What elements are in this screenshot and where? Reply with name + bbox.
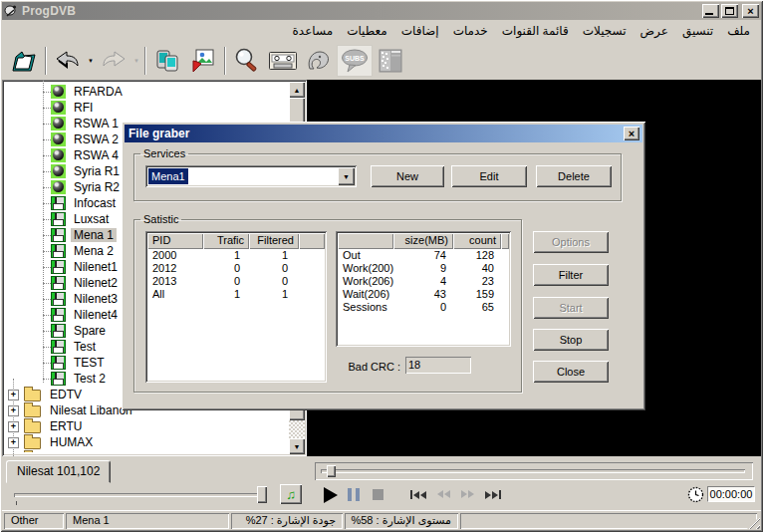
audio-note-button[interactable]: ♫ bbox=[280, 484, 302, 504]
image-viewer-button[interactable] bbox=[185, 45, 221, 77]
maximize-icon bbox=[725, 7, 734, 15]
seek-thumb[interactable] bbox=[327, 465, 336, 477]
play-icon bbox=[324, 487, 338, 503]
menu-services[interactable]: خدمات bbox=[446, 22, 495, 40]
volume-slider-track[interactable] bbox=[14, 493, 265, 497]
status-bar: Other Mena 1 جودة الإشارة : 27% مستوى ال… bbox=[2, 510, 761, 530]
stop-button[interactable] bbox=[373, 489, 383, 500]
stat-row[interactable]: Wait(206)43159 bbox=[338, 288, 509, 301]
open-folder-icon bbox=[10, 48, 38, 74]
search-button[interactable] bbox=[229, 45, 265, 77]
pid-row[interactable]: 201200 bbox=[147, 262, 325, 275]
window-title: ProgDVB bbox=[22, 4, 76, 18]
toolbar-separator bbox=[144, 47, 146, 75]
stop-button-dialog[interactable]: Stop bbox=[533, 329, 609, 351]
pause-button[interactable] bbox=[348, 488, 360, 501]
scroll-up-button[interactable]: ▲ bbox=[289, 82, 305, 98]
radio-channel-icon bbox=[51, 117, 66, 131]
forward-dropdown-arrow: ▼ bbox=[131, 45, 141, 77]
services-combobox[interactable]: Mena1 ▼ bbox=[145, 165, 357, 187]
tree-item-label: Test bbox=[71, 340, 99, 354]
tree-folder-humax[interactable]: +HUMAX bbox=[4, 434, 287, 450]
stat-row[interactable]: Work(206)423 bbox=[338, 275, 509, 288]
menu-data[interactable]: معطيات bbox=[340, 22, 394, 40]
expand-plus-icon[interactable]: + bbox=[8, 421, 19, 432]
folder-icon bbox=[24, 437, 41, 449]
tree-item-label: RFI bbox=[71, 101, 96, 115]
tree-folder-label: ERTU bbox=[47, 419, 85, 433]
tree-folder-label: HUMAX bbox=[47, 435, 96, 449]
channel-devices-button[interactable] bbox=[149, 45, 185, 77]
delete-button[interactable]: Delete bbox=[536, 165, 612, 187]
bottom-left-panel: Nilesat 101,102 ♫ bbox=[2, 456, 307, 510]
skip-back-button[interactable] bbox=[410, 490, 426, 499]
progdvb-window: ProgDVB × ملف تنسيق عرض تسجيلات قائمة ال… bbox=[0, 0, 763, 532]
stat-row[interactable]: Out74128 bbox=[338, 249, 509, 262]
close-icon: × bbox=[629, 129, 635, 139]
column-header[interactable]: count bbox=[453, 233, 501, 249]
close-button-dialog[interactable]: Close bbox=[533, 361, 609, 383]
tree-item-rfi[interactable]: RFI bbox=[4, 100, 287, 116]
close-icon: × bbox=[747, 6, 753, 17]
forward-button bbox=[96, 45, 131, 77]
open-folder-button[interactable] bbox=[6, 45, 42, 77]
tree-item-rfarda[interactable]: RFARDA bbox=[4, 84, 287, 100]
stat-row[interactable]: Sessions065 bbox=[338, 301, 509, 314]
pid-row[interactable]: All11 bbox=[147, 288, 325, 301]
start-button: Start bbox=[533, 297, 609, 319]
column-header[interactable]: PID bbox=[147, 233, 203, 249]
menu-help[interactable]: مساعدة bbox=[286, 22, 341, 40]
close-button[interactable]: × bbox=[742, 4, 759, 18]
edit-button[interactable]: Edit bbox=[451, 165, 527, 187]
menu-channel-list[interactable]: قائمة القنوات bbox=[495, 22, 576, 40]
chevron-down-icon[interactable]: ▼ bbox=[338, 167, 355, 185]
column-header[interactable]: Trafic bbox=[203, 233, 249, 249]
tree-item-label: Luxsat bbox=[71, 212, 112, 226]
seek-bar[interactable] bbox=[315, 462, 753, 480]
skip-forward-button[interactable] bbox=[485, 490, 501, 499]
teletext-button[interactable] bbox=[301, 45, 337, 77]
status-channel: Mena 1 bbox=[66, 513, 229, 529]
column-header[interactable] bbox=[338, 233, 393, 249]
pid-row[interactable]: 200011 bbox=[147, 249, 325, 262]
column-header[interactable]: Filtered bbox=[249, 233, 299, 249]
toolbar: ▼ ▼ SUBS bbox=[2, 42, 761, 80]
dialog-close-button[interactable]: × bbox=[624, 127, 639, 140]
maximize-button[interactable] bbox=[721, 4, 738, 18]
tree-folder-ertu[interactable]: +ERTU bbox=[4, 418, 287, 434]
new-button[interactable]: New bbox=[371, 165, 444, 187]
transponder-tab[interactable]: Nilesat 101,102 bbox=[6, 460, 111, 483]
expand-plus-icon[interactable]: + bbox=[8, 405, 19, 416]
status-empty bbox=[460, 513, 757, 529]
filter-button[interactable]: Filter bbox=[533, 264, 609, 286]
tree-item-label: RSWA 4 bbox=[71, 148, 122, 162]
scroll-down-button[interactable]: ▼ bbox=[289, 438, 305, 454]
column-header[interactable]: size(MB) bbox=[393, 233, 453, 249]
menu-file[interactable]: ملف bbox=[720, 22, 757, 40]
minimize-button[interactable] bbox=[702, 4, 719, 18]
expand-plus-icon[interactable]: + bbox=[8, 437, 19, 448]
play-button[interactable] bbox=[324, 487, 338, 503]
menu-format[interactable]: تنسيق bbox=[675, 22, 720, 40]
tree-folder-art[interactable]: +ART bbox=[4, 450, 287, 452]
back-button[interactable] bbox=[50, 45, 86, 77]
volume-slider-thumb[interactable] bbox=[257, 486, 267, 503]
rewind-button bbox=[437, 490, 450, 498]
radio-channel-icon bbox=[51, 164, 66, 178]
menu-records[interactable]: تسجيلات bbox=[576, 22, 634, 40]
menu-view[interactable]: عرض bbox=[634, 22, 675, 40]
bottom-right-panel: 00:00:00 bbox=[307, 456, 761, 510]
radio-channel-icon bbox=[51, 148, 66, 162]
subtitles-button[interactable]: SUBS bbox=[337, 45, 373, 77]
stat-row[interactable]: Work(200)940 bbox=[338, 262, 509, 275]
data-channel-icon bbox=[51, 212, 66, 226]
record-cassette-button[interactable] bbox=[265, 45, 301, 77]
pid-row[interactable]: 201300 bbox=[147, 275, 325, 288]
stop-icon bbox=[373, 489, 383, 500]
channel-devices-icon bbox=[153, 48, 181, 74]
expand-plus-icon[interactable]: + bbox=[8, 390, 19, 400]
seek-track[interactable] bbox=[321, 469, 745, 473]
menu-plugins[interactable]: إضافات bbox=[394, 22, 446, 40]
tree-item-label: TEST bbox=[71, 356, 108, 370]
back-dropdown-arrow[interactable]: ▼ bbox=[86, 45, 96, 77]
